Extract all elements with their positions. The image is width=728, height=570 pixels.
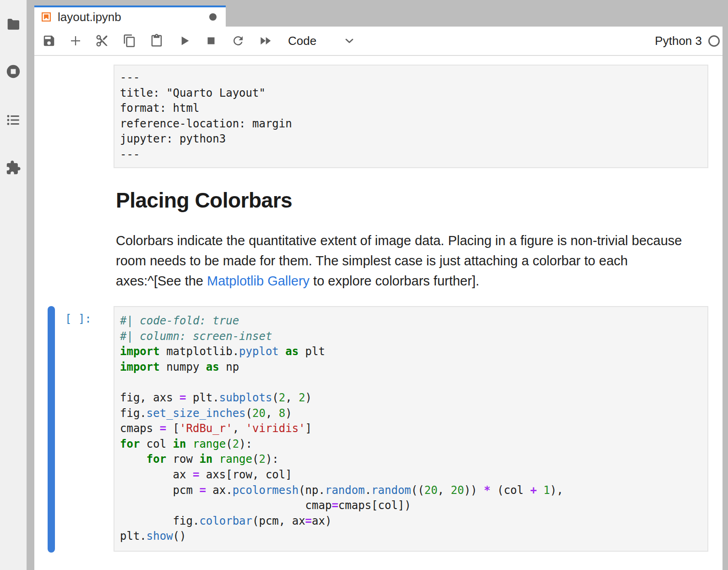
paragraph-text: axes:^[See the [116, 274, 207, 288]
kernel-status-icon [708, 35, 720, 47]
table-of-contents-tab[interactable] [5, 112, 21, 128]
unsaved-changes-dot[interactable] [209, 13, 217, 21]
cut-cell-button[interactable] [94, 33, 110, 49]
raw-cell-line: title: "Quarto Layout" [120, 86, 702, 101]
code-line: for row in range(2): [120, 452, 702, 467]
activity-sidebar [0, 0, 27, 570]
play-icon [178, 34, 191, 48]
code-line: cmap=cmaps[col]) [120, 498, 702, 514]
tab-title: layout.ipynb [58, 10, 121, 24]
raw-cell-line: --- [120, 147, 702, 163]
kernel-indicator[interactable]: Python 3 [655, 34, 720, 48]
file-browser-tab[interactable] [5, 16, 21, 32]
notebook-panel: ---title: "Quarto Layout"format: htmlref… [34, 56, 723, 570]
plus-icon [69, 34, 82, 48]
copy-icon [123, 34, 136, 48]
code-line: fig.set_size_inches(20, 8) [120, 406, 702, 422]
code-line: for col in range(2): [120, 437, 702, 452]
stop-circle-icon [5, 64, 21, 79]
matplotlib-gallery-link[interactable]: Matplotlib Gallery [207, 274, 310, 288]
cell-type-dropdown[interactable]: Code [288, 34, 356, 48]
code-line: fig.colorbar(pcm, ax=ax) [120, 514, 702, 529]
code-line: import matplotlib.pyplot as plt [120, 344, 702, 360]
scissors-icon [95, 34, 109, 48]
raw-cell-line: format: html [120, 101, 702, 116]
paragraph-line: Colorbars indicate the quantitative exte… [116, 230, 711, 251]
markdown-heading: Placing Colorbars [116, 188, 292, 213]
code-line: ax = axs[row, col] [120, 467, 702, 483]
save-button[interactable] [41, 33, 57, 49]
code-line: cmaps = ['RdBu_r', 'viridis'] [120, 421, 702, 437]
paste-cell-button[interactable] [149, 33, 164, 49]
restart-run-all-button[interactable] [258, 33, 273, 49]
notebook-toolbar: Code Python 3 [34, 27, 723, 56]
tab-layout-ipynb[interactable]: layout.ipynb [34, 5, 226, 27]
extension-manager-tab[interactable] [5, 160, 21, 175]
code-line: fig, axs = plt.subplots(2, 2) [120, 390, 702, 406]
cell-input-prompt: [ ]: [65, 312, 92, 325]
save-icon [42, 34, 56, 48]
list-icon [5, 112, 21, 128]
running-sessions-tab[interactable] [5, 64, 21, 79]
raw-cell-line: reference-location: margin [120, 116, 702, 132]
kernel-name: Python 3 [655, 34, 702, 48]
active-cell-collapser[interactable] [48, 306, 55, 553]
raw-cell-editor[interactable]: ---title: "Quarto Layout"format: htmlref… [114, 65, 708, 168]
code-line: import numpy as np [120, 360, 702, 375]
code-cell-editor[interactable]: #| code-fold: true#| column: screen-inse… [114, 306, 708, 552]
copy-cell-button[interactable] [122, 33, 137, 49]
code-line: plt.show() [120, 529, 702, 544]
raw-cell-line: jupyter: python3 [120, 132, 702, 147]
paragraph-line: room needs to be made for them. The simp… [116, 251, 711, 271]
cell-type-value: Code [288, 34, 316, 48]
fast-forward-icon [259, 34, 272, 48]
puzzle-icon [5, 160, 21, 175]
insert-cell-button[interactable] [68, 33, 83, 49]
code-line: pcm = ax.pcolormesh(np.random.random((20… [120, 483, 702, 499]
folder-icon [5, 16, 21, 32]
code-line: #| code-fold: true [120, 313, 702, 329]
paragraph-text: room needs to be made for them. The simp… [116, 253, 628, 268]
interrupt-kernel-button[interactable] [203, 33, 219, 49]
paragraph-text: to explore colorbars further]. [310, 274, 479, 288]
code-line [120, 375, 702, 390]
code-line: #| column: screen-inset [120, 329, 702, 345]
restart-kernel-button[interactable] [230, 33, 246, 49]
markdown-paragraph: Colorbars indicate the quantitative exte… [116, 230, 711, 291]
stop-square-icon [204, 34, 218, 48]
raw-cell-line: --- [120, 70, 702, 86]
chevron-down-icon [343, 34, 356, 47]
run-cell-button[interactable] [177, 33, 192, 49]
paragraph-text: Colorbars indicate the quantitative exte… [116, 233, 682, 248]
paragraph-line: axes:^[See the Matplotlib Gallery to exp… [116, 271, 711, 291]
clipboard-icon [150, 34, 163, 48]
notebook-icon [42, 12, 51, 22]
refresh-icon [231, 34, 245, 48]
